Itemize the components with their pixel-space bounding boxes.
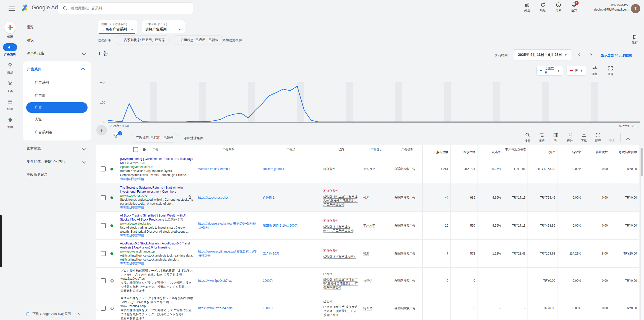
- table-row[interactable]: 今注目の株をチェック | 株価分析ツールを無料で体験 | AIでわかる株の動き …: [96, 294, 639, 320]
- campaign-link[interactable]: https://www.9zhz8e4.help: [198, 306, 259, 310]
- status-detail[interactable]: 已拒登（因违反“被侵网站”及另外 1 项政策）、广告系列已暂停: [323, 305, 359, 317]
- global-search-input[interactable]: 搜索页面或广告系列: [58, 3, 193, 14]
- col-clicks-sorted[interactable]: ↓点击次数: [422, 145, 450, 154]
- campaign-link[interactable]: https://www.5pz0veb7.cc/: [198, 279, 259, 283]
- table-expand-button[interactable]: 展开: [592, 132, 604, 143]
- view-asset-details-link[interactable]: 查看素材资源详情: [120, 289, 145, 293]
- edit-icon[interactable]: ✎: [188, 195, 192, 199]
- ad-strength[interactable]: 较差: [363, 196, 390, 200]
- campaign-link[interactable]: https://groweasyfinance.top/ 转化目标：WS按钮点击: [198, 250, 259, 258]
- view-asset-details-link[interactable]: 查看素材资源详情: [120, 316, 145, 320]
- col-conversions[interactable]: 转化次数: [583, 145, 610, 154]
- sidebar-item-overview[interactable]: 概览: [20, 21, 96, 34]
- sidebar-item-recommendations[interactable]: 建议: [20, 34, 96, 47]
- view-selector[interactable]: 视图（2 个过滤条件） ⌂所有广告系列▼: [98, 20, 137, 34]
- ad-strength[interactable]: 待评估: [363, 279, 390, 283]
- avatar[interactable]: T: [631, 4, 640, 13]
- account-info[interactable]: 383-004-4427 trippletty975d@gmail.com: [586, 3, 628, 12]
- secondary-metric-selector[interactable]: 无 ▼: [567, 66, 586, 76]
- campaign-link[interactable]: https://aipowerstocks.top/ 表单提交+跳转确认+跳转: [198, 222, 259, 230]
- rail-item-admin[interactable]: 管理: [0, 116, 20, 129]
- col-impressions[interactable]: 展示次数: [450, 145, 477, 154]
- sidebar-group-campaigns[interactable]: 广告系列: [23, 63, 91, 76]
- col-strength[interactable]: 广告效力: [361, 145, 392, 154]
- sidebar-item-ads-active[interactable]: 广告: [26, 102, 88, 113]
- row-checkbox[interactable]: [101, 251, 106, 256]
- primary-metric-selector[interactable]: 点击次数 ▼: [536, 66, 563, 76]
- table-row[interactable]: {Keyword:home} | Güzel Yemek Tarifleri |…: [96, 154, 639, 184]
- more-button[interactable]: ⋮ 更多: [606, 132, 618, 143]
- ad-group-link[interactable]: 1000刀: [263, 306, 319, 310]
- sidebar-item-campaign-groups[interactable]: 广告系列组: [23, 126, 91, 139]
- add-fab-button[interactable]: +: [96, 125, 107, 135]
- view-asset-details-link[interactable]: 查看素材资源详情: [120, 262, 144, 265]
- ad-strength[interactable]: 待评估: [363, 306, 390, 310]
- clicks-time-series-chart[interactable]: [108, 82, 640, 123]
- row-checkbox[interactable]: [101, 223, 106, 228]
- add-filter-button[interactable]: 添加过滤条件: [222, 38, 242, 43]
- notifications-button[interactable]: ! 通知: [568, 2, 580, 13]
- col-status[interactable]: 状态: [321, 145, 361, 154]
- ad-group-link[interactable]: 工具类 10刀: [263, 252, 319, 256]
- status-detail[interactable]: 已拒登（目标网址无效）: [323, 254, 359, 258]
- sidebar-item-assets[interactable]: 素材资源: [20, 142, 96, 155]
- help-button[interactable]: ? 帮助: [552, 2, 565, 13]
- row-checkbox[interactable]: [101, 195, 106, 200]
- col-type[interactable]: 广告类型: [392, 145, 422, 154]
- col-campaign[interactable]: 广告系列: [196, 145, 261, 154]
- date-range-selector[interactable]: 2025年 4月 13日 – 6月 28日 ▼: [513, 49, 572, 60]
- table-row[interactable]: The Secret to SustainedReturns | Start w…: [96, 184, 639, 212]
- campaign-link[interactable]: Website traffic-Search-1: [198, 167, 259, 171]
- chart-expand-button[interactable]: 展开: [608, 65, 614, 76]
- sidebar-item-audiences[interactable]: 受众群体、关键字和内容: [20, 155, 96, 168]
- col-ad[interactable]: 广告: [152, 148, 158, 152]
- menu-icon[interactable]: [9, 7, 15, 11]
- row-checkbox[interactable]: [101, 278, 106, 283]
- sidebar-item-change-history[interactable]: 更改历史记录: [20, 168, 96, 181]
- rail-item-create[interactable]: 创建: [0, 22, 20, 39]
- col-cost-per-conv[interactable]: 每次转化费用: [610, 145, 639, 154]
- campaign-link[interactable]: https://stocksnest.site/: [198, 196, 259, 200]
- status-detail[interactable]: 已拒登（目标网址无效）、广告系列已暂停: [323, 224, 359, 232]
- download-button[interactable]: 下载: [578, 132, 590, 143]
- ad-strength[interactable]: 较差: [363, 252, 390, 256]
- rail-item-campaigns[interactable]: 广告系列: [0, 43, 20, 57]
- table-filter-button[interactable]: 1: [113, 133, 120, 140]
- columns-button[interactable]: 列: [550, 132, 561, 143]
- col-ad-group[interactable]: 广告组: [261, 145, 321, 154]
- table-row[interactable]: AI Stock Trading Simplified | Boost Weal…: [96, 212, 639, 240]
- col-conv-rate[interactable]: 转化率: [557, 145, 583, 154]
- ad-title[interactable]: AigoFusion5.0 Stock Analysis | AigoFusio…: [120, 242, 190, 249]
- download-app-banner[interactable]: 下载 Google Ads 移动应用 ×: [20, 308, 96, 320]
- filter-chip-campaign-status[interactable]: 广告系列状态: 已启用、已暂停: [116, 35, 170, 45]
- segment-button[interactable]: 细分: [536, 132, 547, 143]
- save-button[interactable]: 保存: [628, 35, 641, 45]
- col-avg-cpc[interactable]: 平均每次点击费用: [503, 145, 528, 154]
- row-checkbox[interactable]: [101, 306, 106, 311]
- ad-strength[interactable]: 平均水平: [363, 167, 390, 171]
- google-ads-logo[interactable]: Google Ads: [21, 4, 61, 12]
- report-button[interactable]: 报告: [564, 132, 576, 143]
- ad-title[interactable]: The Secret to SustainedReturns | Start w…: [120, 186, 183, 193]
- date-prev-button[interactable]: ‹: [578, 51, 580, 58]
- chart-adjust-button[interactable]: 调整: [592, 65, 598, 76]
- sidebar-item-experiments[interactable]: 实验: [23, 113, 91, 126]
- ad-strength[interactable]: 平均水平: [363, 224, 390, 228]
- sidebar-item-insights[interactable]: 洞察和报告: [20, 47, 96, 60]
- filter-chip-adgroup-status[interactable]: 广告组状态: 已启用、已暂停: [173, 35, 223, 45]
- rail-item-tools[interactable]: 工具: [0, 80, 20, 93]
- ad-group-link[interactable]: 第四版 词组 2-10点 500刀: [263, 224, 319, 228]
- close-icon[interactable]: ×: [77, 311, 80, 316]
- col-cost[interactable]: 费用: [528, 145, 557, 154]
- col-ctr[interactable]: 点击率: [477, 145, 503, 154]
- rail-item-billing[interactable]: 结算: [0, 98, 20, 111]
- sidebar-item-ad-groups[interactable]: 广告组: [23, 89, 91, 102]
- sidebar-item-campaigns[interactable]: 广告系列: [23, 76, 91, 89]
- view-asset-details-link[interactable]: 查看素材资源详情: [120, 206, 144, 209]
- rail-item-goals[interactable]: 目标: [0, 61, 20, 75]
- refresh-button[interactable]: 刷新: [537, 2, 549, 13]
- date-next-button[interactable]: ›: [590, 51, 592, 58]
- collapse-table-button[interactable]: [623, 132, 632, 143]
- appearance-button[interactable]: 外观: [521, 2, 533, 13]
- table-row[interactable]: プロも使う株式情報サービス | 株式投資、まずは学ぶことから | AIでわかる株…: [96, 268, 639, 294]
